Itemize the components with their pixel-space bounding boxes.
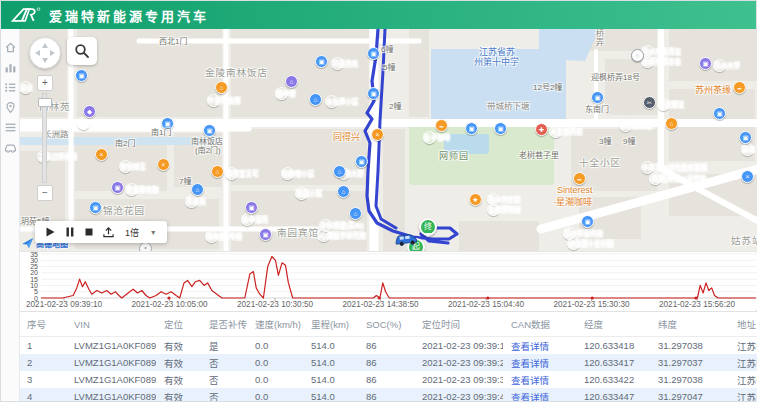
table-cell: 120.633422 <box>576 374 650 385</box>
map-label: 影子咖啡 <box>423 131 436 144</box>
map-pan-control[interactable] <box>29 37 61 69</box>
svg-text:2021-02-23 15:30:30: 2021-02-23 15:30:30 <box>553 300 629 309</box>
amap-logo-icon <box>22 238 34 249</box>
map-label: 南园宾馆 <box>277 225 319 239</box>
can-data-detail-link[interactable]: 查看详情 <box>503 356 576 370</box>
table-cell: 4 <box>19 391 66 401</box>
sidebar-item-route[interactable] <box>4 81 17 94</box>
pause-button[interactable] <box>66 227 74 237</box>
export-button[interactable] <box>103 227 114 238</box>
map-search-button[interactable] <box>67 37 97 65</box>
svg-text:30: 30 <box>30 257 38 264</box>
map-poi-icon: ▣ <box>245 201 258 214</box>
sidebar-item-location[interactable] <box>4 101 17 114</box>
map-poi-icon: ⌂ <box>333 165 346 178</box>
svg-text:2021-02-23 09:39:10: 2021-02-23 09:39:10 <box>26 300 102 309</box>
map-poi-icon: ☕ <box>435 119 448 132</box>
column-header: 里程(km) <box>303 317 358 331</box>
map-label: 凤凰洗衣 <box>331 57 344 70</box>
table-cell: 0.0 <box>247 357 303 368</box>
table-cell: 2 <box>19 357 66 368</box>
map-poi-icon: ▣ <box>494 122 507 135</box>
sidebar-item-home[interactable] <box>4 41 17 54</box>
zoom-out-button[interactable]: − <box>37 185 53 201</box>
app-title: 爱瑞特新能源专用汽车 <box>49 6 209 25</box>
can-data-detail-link[interactable]: 查看详情 <box>503 390 576 402</box>
column-header: 是否补传 <box>201 317 247 331</box>
table-cell: 86 <box>358 340 414 351</box>
table-cell: 江苏省苏州市 <box>729 339 757 353</box>
map-label: 乾生斋 <box>77 117 90 130</box>
sidebar-item-vehicle[interactable] <box>4 141 17 154</box>
map-poi-icon: ▣ <box>581 215 594 228</box>
svg-text:35: 35 <box>30 252 38 258</box>
map-poi-icon: ⌂ <box>349 207 362 220</box>
column-header: SOC(%) <box>358 319 414 330</box>
map-poi-icon: ▣ <box>367 87 380 100</box>
table-cell: 86 <box>358 374 414 385</box>
map-poi-icon: × <box>371 128 384 141</box>
sidebar-item-stats[interactable] <box>4 61 17 74</box>
table-cell: 31.297038 <box>650 374 729 385</box>
map-label: 9幢 <box>623 135 635 146</box>
map-label: 3幢 <box>599 135 611 146</box>
table-cell: 31.297038 <box>650 340 729 351</box>
map-poi-icon: ⌂ <box>309 93 322 106</box>
map-poi-icon: ⌂ <box>215 81 228 94</box>
can-data-detail-link[interactable]: 查看详情 <box>503 339 576 353</box>
map-poi-icon: ▣ <box>89 201 102 214</box>
map-label: 创业园十全分园 <box>567 237 580 250</box>
zoom-handle[interactable] <box>38 98 52 107</box>
map-poi-icon: ☕ <box>733 81 746 94</box>
table-cell: 514.0 <box>303 374 358 385</box>
map-poi-icon: ⌂ <box>211 165 224 178</box>
table-cell: 1 <box>19 340 66 351</box>
play-button[interactable] <box>45 227 55 237</box>
map-poi-icon: ▣ <box>111 181 124 194</box>
map-label: 黑金刚电脑 <box>125 183 138 196</box>
svg-text:5: 5 <box>34 288 38 295</box>
map-label: 慎思堂王宅 <box>225 167 238 180</box>
map-label: 十全小区 <box>579 155 621 169</box>
map-label: 2幢 <box>389 100 401 111</box>
map-label: 玉器博物馆 <box>487 203 500 216</box>
map-poi-icon: ▣ <box>259 228 272 241</box>
svg-text:20: 20 <box>30 269 38 276</box>
map-label: 7幢 <box>179 175 191 186</box>
map-label: 锦沧花园 <box>103 203 145 217</box>
table-cell: LVMZ1G1A0KF089390 <box>66 357 156 368</box>
playback-speed[interactable]: 1倍 <box>125 226 139 239</box>
speed-dropdown-caret[interactable]: ▼ <box>150 229 157 236</box>
table-cell: 是 <box>201 339 247 353</box>
vehicle-marker[interactable] <box>393 231 421 251</box>
map-ruler-button[interactable]: • <box>139 242 152 251</box>
column-header: 序号 <box>19 317 66 331</box>
stop-button[interactable] <box>85 228 93 236</box>
svg-text:15: 15 <box>30 276 38 283</box>
sidebar-item-list[interactable] <box>4 121 17 134</box>
map-label: 东南门 <box>585 103 609 114</box>
table-cell: 有效 <box>156 356 201 370</box>
route-end-marker[interactable]: 终 <box>419 218 437 236</box>
table-cell: 否 <box>201 390 247 402</box>
table-cell: 有效 <box>156 390 201 402</box>
zoom-track[interactable] <box>42 93 47 183</box>
map-label: (南2门) <box>195 144 221 155</box>
map-poi-icon: ✚ <box>535 123 548 136</box>
map-poi-icon: ▣ <box>315 55 328 68</box>
map-poi-icon: ▣ <box>465 122 478 135</box>
map-label: 创业 <box>19 81 32 94</box>
can-data-detail-link[interactable]: 查看详情 <box>503 373 576 387</box>
map-label: 南枝楼8号楼 <box>205 230 218 243</box>
zoom-in-button[interactable]: + <box>37 75 53 91</box>
map-poi-icon: ▣ <box>739 131 752 144</box>
table-row: 4LVMZ1G1A0KF089390有效否0.0514.0862021-02-2… <box>19 388 757 401</box>
map-label: (集团)有限公司党校 <box>649 172 662 185</box>
map-label: 金陵南林饭店 <box>205 65 268 79</box>
column-header: VIN <box>66 319 156 330</box>
svg-text:2021-02-23 14:38:50: 2021-02-23 14:38:50 <box>342 300 418 309</box>
map-label: 带城桥下塘 <box>487 99 530 111</box>
column-header: 纬度 <box>650 317 729 331</box>
map-canvas[interactable]: 西北1门金陵南林饭店叶圣陶故居园中楼凤凰洗衣水仙弄小区同得兴南林苑长洲路乾生斋之… <box>19 29 757 251</box>
map-label: 州第十中学 <box>474 55 519 68</box>
